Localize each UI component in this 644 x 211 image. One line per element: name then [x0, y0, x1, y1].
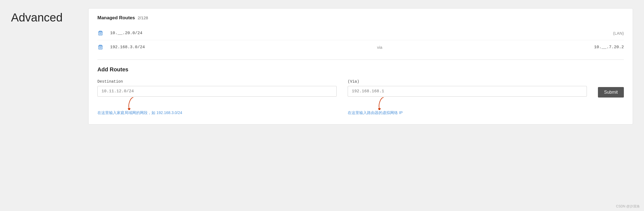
add-routes-form-row: Destination 在这里输入家庭局域网的网段，如 192.168.3.0/… — [97, 79, 624, 115]
destination-hint-text: 在这里输入家庭局域网的网段，如 192.168.3.0/24 — [97, 105, 182, 115]
submit-area: Submit — [598, 79, 624, 98]
managed-routes-title: Managed Routes — [97, 15, 135, 21]
route-count-badge: 2/128 — [138, 15, 148, 20]
table-row: 10.__.20.0/24 (LAN) — [97, 26, 624, 40]
destination-field-group: Destination 在这里输入家庭局域网的网段，如 192.168.3.0/… — [97, 79, 337, 115]
route-1-address: 10.__.20.0/24 — [110, 31, 165, 36]
via-input[interactable] — [348, 86, 587, 97]
table-row: 192.168.3.0/24 via 10.__.7.20.2 — [97, 40, 624, 54]
via-label: (Via) — [348, 79, 587, 84]
destination-hint-area: 在这里输入家庭局域网的网段，如 192.168.3.0/24 — [97, 99, 337, 115]
via-hint-area: 在这里输入路由器的虚拟网络 IP — [348, 99, 587, 115]
submit-button[interactable]: Submit — [598, 87, 624, 98]
via-field-group: (Via) 在这里输入路由器的虚拟网络 IP — [348, 79, 587, 115]
route-2-via: via — [172, 45, 587, 50]
delete-route-1-icon[interactable] — [97, 30, 103, 36]
route-2-address: 192.168.3.0/24 — [110, 45, 165, 50]
route-1-label: (LAN) — [613, 31, 624, 36]
destination-input[interactable] — [97, 86, 337, 97]
managed-routes-header: Managed Routes 2/128 — [97, 15, 624, 21]
main-panel: Managed Routes 2/128 — [88, 8, 633, 125]
add-routes-section: Add Routes Destination 在这里输入家庭局域网的网段，如 1… — [89, 60, 633, 124]
footer-text: CSDN @沙漠渔 — [616, 204, 640, 209]
managed-routes-section: Managed Routes 2/128 — [89, 9, 633, 59]
add-routes-title: Add Routes — [97, 66, 624, 73]
delete-route-2-icon[interactable] — [97, 44, 103, 50]
routes-list: 10.__.20.0/24 (LAN) — [97, 26, 624, 54]
route-2-gateway: 10.__.7.20.2 — [594, 45, 624, 50]
via-hint-text: 在这里输入路由器的虚拟网络 IP — [348, 105, 403, 115]
page-title: Advanced — [11, 8, 72, 24]
destination-label: Destination — [97, 79, 337, 84]
